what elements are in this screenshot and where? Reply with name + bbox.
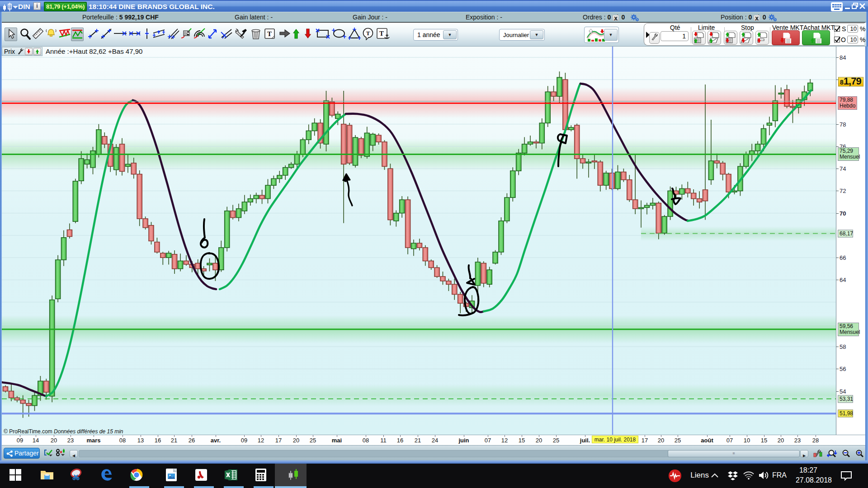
svg-text:T: T (267, 30, 272, 38)
svg-text:T: T (366, 30, 370, 37)
svg-text:T: T (379, 30, 384, 37)
